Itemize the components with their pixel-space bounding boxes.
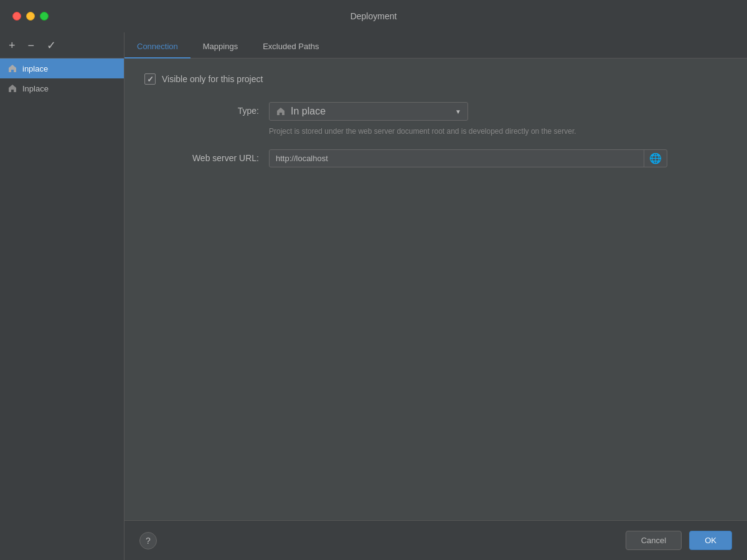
window-controls <box>12 12 49 21</box>
url-input-wrapper: 🌐 <box>269 149 667 167</box>
close-button[interactable] <box>12 12 21 21</box>
type-dropdown[interactable]: In place ▼ <box>269 102 468 121</box>
tab-excluded-paths[interactable]: Excluded Paths <box>250 37 331 58</box>
content-area: Connection Mappings Excluded Paths ✓ Vis… <box>125 32 747 560</box>
chevron-down-icon: ▼ <box>455 108 461 115</box>
type-value: In place <box>291 106 326 117</box>
visible-only-checkbox[interactable]: ✓ <box>144 73 156 85</box>
type-control: In place ▼ Project is stored under the w… <box>269 102 727 137</box>
tabs: Connection Mappings Excluded Paths <box>125 32 747 58</box>
help-button[interactable]: ? <box>139 532 157 549</box>
visible-only-row: ✓ Visible only for this project <box>144 73 727 85</box>
tab-connection[interactable]: Connection <box>125 37 190 58</box>
tab-mappings[interactable]: Mappings <box>190 37 250 58</box>
house-icon <box>7 63 17 73</box>
sidebar: + − ✓ inplace Inplace <box>0 32 125 560</box>
web-server-url-label: Web server URL: <box>144 149 269 163</box>
add-server-button[interactable]: + <box>7 40 17 51</box>
house-icon <box>7 83 17 93</box>
sidebar-item-label: inplace <box>22 64 48 73</box>
type-description: Project is stored under the web server d… <box>269 126 642 137</box>
title-bar: Deployment <box>0 0 747 32</box>
maximize-button[interactable] <box>40 12 49 21</box>
sidebar-item-inplace-selected[interactable]: inplace <box>0 58 124 78</box>
globe-button[interactable]: 🌐 <box>644 150 667 167</box>
type-row: Type: In place ▼ Project is stored und <box>144 102 727 137</box>
main-layout: + − ✓ inplace Inplace <box>0 32 747 560</box>
window-title: Deployment <box>350 11 397 21</box>
confirm-button[interactable]: ✓ <box>45 40 57 51</box>
checkmark-icon: ✓ <box>147 75 154 84</box>
minimize-button[interactable] <box>26 12 35 21</box>
url-control: 🌐 <box>269 149 727 167</box>
type-label: Type: <box>144 102 269 116</box>
bottom-bar: ? Cancel OK <box>125 520 747 560</box>
cancel-button[interactable]: Cancel <box>626 531 682 550</box>
ok-button[interactable]: OK <box>689 531 732 550</box>
sidebar-item-label: Inplace <box>22 84 49 93</box>
sidebar-item-inplace[interactable]: Inplace <box>0 78 124 98</box>
connection-content: ✓ Visible only for this project Type: <box>125 58 747 520</box>
window: Deployment + − ✓ inplace <box>0 0 747 560</box>
web-server-url-row: Web server URL: 🌐 <box>144 149 727 167</box>
remove-server-button[interactable]: − <box>27 40 36 51</box>
sidebar-toolbar: + − ✓ <box>0 32 124 58</box>
web-server-url-input[interactable] <box>270 150 644 167</box>
visible-only-label: Visible only for this project <box>162 74 263 84</box>
type-house-icon <box>276 106 286 116</box>
sidebar-items: inplace Inplace <box>0 58 124 560</box>
bottom-buttons: Cancel OK <box>626 531 732 550</box>
